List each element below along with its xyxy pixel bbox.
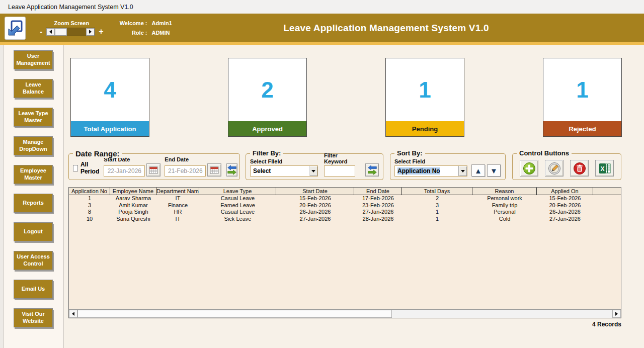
stat-card-total-application: 4 Total Application	[70, 58, 149, 137]
sort-field-value: Application No	[397, 167, 440, 175]
date-range-group: Date Range: All Period Start Date	[68, 153, 240, 180]
zoom-screen-label: Zoom Screen	[54, 20, 89, 26]
filter-field-label: Select FIleld	[250, 158, 318, 164]
user-info: Welcome : Admin1 Role : ADMIN	[120, 20, 172, 36]
cell-department: HR	[156, 209, 199, 216]
sidebar-item-employee-master[interactable]: Employee Master	[14, 165, 53, 184]
column-header-applied-on: Applied On	[537, 188, 593, 195]
cell-employee-name: Aarav Sharma	[110, 195, 156, 202]
zoom-slider-track[interactable]	[67, 28, 86, 36]
edit-record-button[interactable]	[545, 160, 564, 177]
sidebar-item-leave-balance[interactable]: Leave Balance	[14, 79, 53, 98]
cell-start-date: 15-Feb-2026	[276, 195, 354, 202]
table-row[interactable]: 10 Sana Qureshi IT Sick Leave 27-Jan-202…	[69, 216, 621, 223]
cell-employee-name: Amit Kumar	[110, 202, 156, 209]
sort-by-group: Sort By: Select Field Application No ▲ ▼	[390, 153, 506, 180]
control-buttons-legend: Control Buttons	[517, 149, 572, 157]
rejected-label: Rejected	[543, 121, 621, 136]
column-header-leave-type: Leave Type	[199, 188, 276, 195]
sidebar-item-user-management[interactable]: User Management	[14, 50, 53, 69]
sort-by-legend: Sort By:	[394, 149, 425, 157]
column-header-application-no: Application No	[69, 188, 110, 195]
cell-application-no: 8	[69, 209, 110, 216]
calendar-icon	[210, 166, 219, 174]
all-period-label: All Period	[80, 161, 101, 175]
cell-leave-type: Sick Leave	[199, 216, 276, 223]
all-period-checkbox[interactable]	[73, 165, 78, 171]
welcome-label: Welcome :	[120, 20, 147, 26]
table-body: 1 Aarav Sharma IT Casual Leave 15-Feb-20…	[69, 195, 621, 309]
exit-app-button[interactable]	[5, 17, 26, 40]
scrollbar-right-arrow[interactable]	[612, 310, 621, 318]
control-buttons-group: Control Buttons	[512, 153, 621, 180]
start-date-calendar-button[interactable]	[146, 163, 160, 177]
stat-card-pending: 1 Pending	[385, 58, 464, 137]
left-triangle-icon	[72, 312, 74, 316]
delete-record-button[interactable]	[570, 160, 589, 177]
sidebar-item-leave-type-master[interactable]: Leave Type Master	[14, 108, 53, 127]
app-header: Zoom Screen - + Welcome : Admin1 Role : …	[0, 14, 644, 42]
zoom-slider-right-arrow[interactable]	[86, 28, 95, 36]
sort-field-dropdown[interactable]: Application No	[394, 165, 467, 177]
sidebar-item-reports[interactable]: Reports	[14, 194, 53, 213]
dropdown-arrow-icon[interactable]	[458, 166, 467, 176]
cell-total-days: 1	[402, 216, 472, 223]
scrollbar-thumb[interactable]	[77, 310, 392, 318]
start-date-input[interactable]	[104, 165, 145, 177]
scrollbar-left-arrow[interactable]	[69, 310, 77, 318]
add-plus-icon	[523, 162, 536, 175]
export-excel-button[interactable]: X	[595, 160, 614, 177]
cell-department: IT	[156, 216, 199, 223]
blue-arrow-exit-icon	[7, 20, 23, 37]
left-edge-strip	[0, 45, 4, 348]
zoom-slider-left-arrow[interactable]	[46, 28, 55, 36]
edit-pencil-icon	[548, 162, 561, 175]
end-date-input[interactable]	[165, 165, 206, 177]
filter-refresh-button[interactable]	[365, 163, 379, 177]
dashboard-content: 4 Total Application 2 Approved 1 Pending…	[63, 45, 644, 348]
cell-leave-type: Casual Leave	[199, 209, 276, 216]
filter-by-legend: Filter By:	[250, 149, 283, 157]
app-window: Leave Application Management System V1.0…	[0, 0, 644, 348]
sidebar-item-manage-dropdown[interactable]: Manage DropDown	[14, 136, 53, 155]
approved-count: 2	[228, 58, 306, 121]
table-horizontal-scrollbar	[69, 309, 621, 318]
filter-keyword-input[interactable]	[324, 165, 355, 177]
sort-descending-button[interactable]: ▼	[487, 164, 501, 177]
cell-end-date: 28-Jan-2026	[354, 216, 402, 223]
table-row[interactable]: 3 Amit Kumar Finance Earned Leave 20-Feb…	[69, 202, 621, 209]
zoom-slider-thumb[interactable]	[55, 28, 67, 36]
table-row[interactable]: 8 Pooja Singh HR Casual Leave 26-Jan-202…	[69, 209, 621, 216]
filter-toolbar: Date Range: All Period Start Date	[68, 153, 644, 180]
cell-leave-type: Earned Leave	[199, 202, 276, 209]
stat-card-rejected: 1 Rejected	[543, 58, 622, 137]
cell-start-date: 26-Jan-2026	[276, 209, 354, 216]
sidebar-item-user-access-control[interactable]: User Access Control	[14, 251, 53, 270]
sidebar-item-email-us[interactable]: Email Us	[14, 280, 53, 299]
sidebar-item-visit-website[interactable]: Visit Our Website	[14, 308, 53, 327]
column-header-start-date: Start Date	[276, 188, 354, 195]
column-header-end-date: End Date	[354, 188, 402, 195]
column-header-employee-name: Employee Name	[110, 188, 156, 195]
filter-field-dropdown[interactable]: Select	[250, 165, 318, 177]
table-row[interactable]: 1 Aarav Sharma IT Casual Leave 15-Feb-20…	[69, 195, 621, 202]
end-date-calendar-button[interactable]	[207, 163, 221, 177]
delete-trash-icon	[573, 162, 586, 175]
add-record-button[interactable]	[520, 160, 538, 177]
cell-employee-name: Pooja Singh	[110, 209, 156, 216]
cell-reason: Personal	[472, 209, 537, 216]
date-refresh-button[interactable]	[226, 163, 237, 177]
applications-table: Application No Employee Name Department …	[68, 187, 621, 318]
cell-start-date: 27-Jan-2026	[276, 216, 354, 223]
right-triangle-icon	[89, 30, 92, 34]
approved-label: Approved	[228, 121, 306, 136]
dropdown-arrow-icon[interactable]	[309, 166, 317, 176]
column-header-total-days: Total Days	[402, 188, 472, 195]
cell-extra	[593, 202, 621, 209]
total-application-count: 4	[71, 58, 149, 121]
sort-ascending-button[interactable]: ▲	[471, 164, 485, 177]
scrollbar-track[interactable]	[392, 310, 612, 318]
cell-department: IT	[156, 195, 199, 202]
sidebar-item-logout[interactable]: Logout	[14, 222, 53, 241]
cell-end-date: 17-Feb-2026	[354, 195, 402, 202]
